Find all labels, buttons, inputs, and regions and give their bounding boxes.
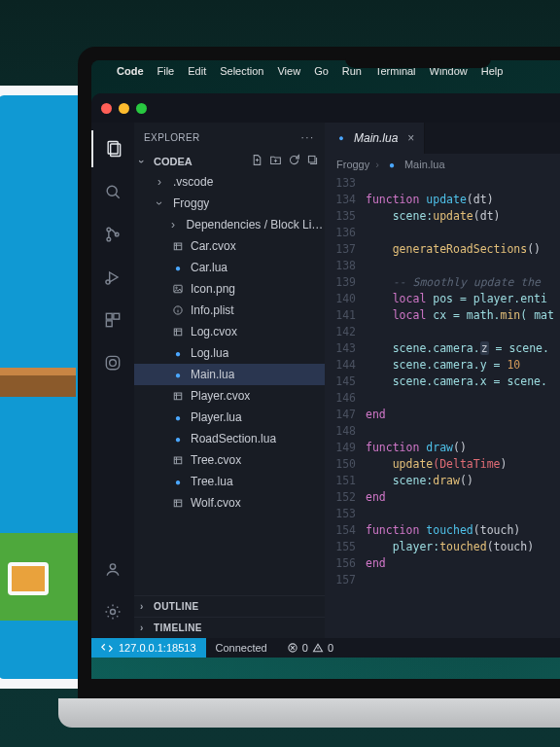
sidebar-header: EXPLORER ··· <box>134 123 325 152</box>
breadcrumb[interactable]: Froggy › Main.lua <box>325 154 560 175</box>
tree-label: Tree.lua <box>191 475 233 488</box>
workspace-root-label: CODEA <box>154 156 192 167</box>
chevron-icon <box>158 175 167 189</box>
explorer-sidebar: EXPLORER ··· CODEA <box>134 123 325 638</box>
svg-point-15 <box>111 610 116 615</box>
menu-file[interactable]: File <box>158 65 175 77</box>
chevron-right-icon <box>140 601 150 612</box>
tree-label: Dependencies / Block Libr... <box>187 218 325 231</box>
lua-file-icon <box>171 410 185 424</box>
svg-rect-22 <box>174 393 182 400</box>
tree-file[interactable]: Icon.png <box>134 278 325 300</box>
error-count: 0 <box>302 642 308 654</box>
svg-point-5 <box>107 237 111 241</box>
explorer-tab-icon[interactable] <box>91 130 134 167</box>
menu-view[interactable]: View <box>277 65 300 77</box>
connection-status[interactable]: Connected <box>206 642 277 654</box>
laptop-notch <box>345 47 491 68</box>
tree-file[interactable]: Player.cvox <box>134 385 325 407</box>
outline-label: OUTLINE <box>154 601 199 612</box>
status-bar: 127.0.0.1:18513 Connected 0 0 <box>91 638 560 658</box>
menu-go[interactable]: Go <box>314 65 329 77</box>
menu-selection[interactable]: Selection <box>220 65 263 77</box>
code-lines[interactable]: function update(dt) scene:update(dt) gen… <box>366 175 560 638</box>
mac-menubar: Code File Edit Selection View Go Run Ter… <box>91 60 560 82</box>
lua-file-icon <box>171 432 185 445</box>
svg-rect-23 <box>174 457 182 464</box>
tree-label: Car.lua <box>191 261 228 274</box>
new-file-icon[interactable] <box>251 154 263 169</box>
code-editor[interactable]: 1331341351361371381391401411421431441451… <box>325 175 560 638</box>
problems-status[interactable]: 0 0 <box>277 642 343 654</box>
workspace-root[interactable]: CODEA <box>134 152 325 171</box>
svg-point-4 <box>107 228 111 231</box>
game-log <box>0 368 76 397</box>
tree-folder[interactable]: Froggy <box>134 193 325 214</box>
tree-file[interactable]: Info.plist <box>134 300 325 321</box>
timeline-section[interactable]: TIMELINE <box>134 617 325 638</box>
file-tree: .vscodeFroggyDependencies / Block Libr..… <box>134 171 325 595</box>
tree-folder[interactable]: Dependencies / Block Libr... <box>134 214 325 235</box>
lua-file-icon <box>334 131 348 145</box>
warning-icon <box>312 642 324 654</box>
svg-rect-21 <box>174 329 182 336</box>
activity-bar <box>91 123 134 638</box>
warning-count: 0 <box>328 642 333 654</box>
menu-edit[interactable]: Edit <box>188 65 206 77</box>
tree-file[interactable]: Log.cvox <box>134 321 325 342</box>
accounts-icon[interactable] <box>91 551 134 587</box>
extensions-tab-icon[interactable] <box>91 302 134 338</box>
tree-label: Froggy <box>173 196 209 210</box>
tab-main-lua[interactable]: Main.lua × <box>325 123 425 154</box>
run-debug-tab-icon[interactable] <box>91 259 134 296</box>
remote-host-button[interactable]: 127.0.0.1:18513 <box>91 638 206 658</box>
tree-file[interactable]: Tree.cvox <box>134 449 325 471</box>
source-control-tab-icon[interactable] <box>91 216 134 253</box>
breadcrumb-file[interactable]: Main.lua <box>404 159 445 170</box>
tree-file[interactable]: RoadSection.lua <box>134 428 325 449</box>
chevron-down-icon <box>140 156 150 167</box>
outline-section[interactable]: OUTLINE <box>134 595 325 617</box>
codea-tab-icon[interactable] <box>91 344 134 381</box>
tree-file[interactable]: Wolf.cvox <box>134 492 325 514</box>
collapse-all-icon[interactable] <box>306 154 319 169</box>
svg-line-3 <box>116 195 120 198</box>
info-file-icon <box>171 303 185 317</box>
maximize-window-button[interactable] <box>136 103 147 114</box>
tree-label: Player.lua <box>191 410 242 424</box>
tree-file[interactable]: Car.cvox <box>134 235 325 257</box>
window-titlebar[interactable]: Main.lua — Cod <box>91 93 560 123</box>
chevron-icon <box>158 196 167 210</box>
new-folder-icon[interactable] <box>269 154 282 169</box>
tree-file[interactable]: Car.lua <box>134 257 325 278</box>
tree-file[interactable]: Tree.lua <box>134 471 325 492</box>
search-tab-icon[interactable] <box>91 173 134 210</box>
window-controls <box>101 103 147 114</box>
connection-label: Connected <box>216 642 267 654</box>
laptop-bezel: Code File Edit Selection View Go Run Ter… <box>78 47 560 708</box>
vscode-window: Main.lua — Cod <box>91 93 560 658</box>
tree-label: RoadSection.lua <box>191 432 276 445</box>
menubar-app-name[interactable]: Code <box>117 65 144 77</box>
tree-file[interactable]: Player.lua <box>134 407 325 428</box>
close-tab-icon[interactable]: × <box>407 131 414 145</box>
sidebar-more-icon[interactable]: ··· <box>301 132 315 143</box>
svg-rect-10 <box>114 313 120 319</box>
refresh-icon[interactable] <box>288 154 300 169</box>
chevron-icon <box>171 218 181 231</box>
minimize-window-button[interactable] <box>119 103 129 114</box>
tree-file[interactable]: Log.lua <box>134 342 325 364</box>
settings-gear-icon[interactable] <box>91 593 134 630</box>
svg-marker-7 <box>110 272 118 282</box>
tree-file[interactable]: Main.lua <box>134 364 325 385</box>
workspace-actions <box>251 154 319 169</box>
lua-file-icon <box>171 368 185 381</box>
close-window-button[interactable] <box>101 103 112 114</box>
svg-point-14 <box>110 564 115 569</box>
breadcrumb-folder[interactable]: Froggy <box>336 159 369 170</box>
tree-label: Log.lua <box>191 346 228 360</box>
lua-file-icon <box>171 346 185 360</box>
tree-folder[interactable]: .vscode <box>134 171 325 193</box>
svg-rect-11 <box>106 321 112 327</box>
line-gutter: 1331341351361371381391401411421431441451… <box>325 175 366 638</box>
